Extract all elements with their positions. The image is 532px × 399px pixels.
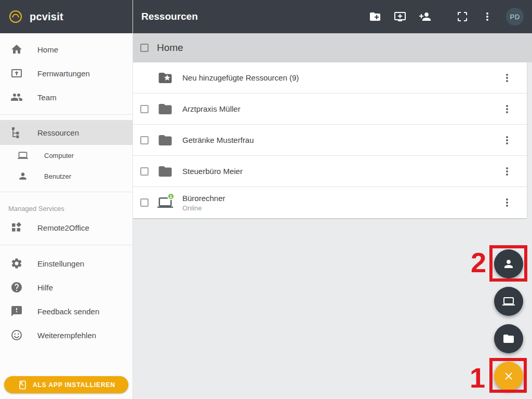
pcvisit-logo-icon (9, 10, 22, 23)
group-icon (10, 91, 23, 103)
list-item-getraenke[interactable]: Getränke Musterfrau (133, 125, 527, 156)
sidebar-divider (0, 192, 132, 192)
list-item-arztpraxis[interactable]: Arztpraxis Müller (133, 94, 527, 125)
row-more-button[interactable] (501, 196, 513, 209)
user-avatar[interactable]: PD (506, 8, 524, 25)
remote-session-icon (10, 67, 23, 79)
row-checkbox[interactable] (140, 167, 149, 176)
list-item-label: Neu hinzugefügte Ressourcen (9) (182, 73, 299, 82)
folder-icon (157, 101, 173, 117)
more-vert-icon (501, 165, 513, 178)
laptop-online-icon (157, 195, 173, 210)
sidebar: pcvisit Home Fernwartungen Team (0, 0, 133, 399)
add-user-fab[interactable] (494, 249, 523, 278)
more-vert-icon (501, 103, 513, 115)
sidebar-item-ressourcen[interactable]: Ressourcen (0, 120, 132, 145)
managed-services-section-label: Managed Services (0, 197, 132, 216)
laptop-icon (18, 150, 28, 161)
list-item-new-resources[interactable]: Neu hinzugefügte Ressourcen (9) (133, 62, 527, 94)
add-folder-fab[interactable] (494, 324, 523, 353)
list-item-steuerbuero[interactable]: Steuerbüro Meier (133, 156, 527, 187)
sidebar-divider (0, 245, 132, 245)
gear-icon (10, 257, 23, 270)
row-more-button[interactable] (501, 165, 513, 178)
sidebar-divider (0, 114, 132, 115)
more-vert-icon (501, 72, 513, 84)
row-checkbox[interactable] (140, 136, 149, 144)
online-badge-icon (167, 193, 175, 200)
list-item-buerorechner[interactable]: Bürorechner Online (133, 187, 527, 218)
folder-icon (502, 332, 515, 345)
main-area: Ressourcen PD Home (133, 0, 532, 399)
dashboard-icon (10, 221, 23, 234)
more-vert-icon (481, 10, 494, 23)
create-folder-button[interactable] (369, 10, 381, 23)
sidebar-item-feedback[interactable]: Feedback senden (0, 299, 132, 323)
sidebar-item-label: Ressourcen (37, 128, 79, 137)
list-item-label: Bürorechner (182, 194, 225, 203)
person-icon (502, 258, 515, 270)
sidebar-header: pcvisit (0, 0, 132, 33)
sidebar-item-benutzer[interactable]: Benutzer (0, 166, 132, 187)
more-menu-button[interactable] (481, 10, 494, 23)
install-app-icon (17, 380, 28, 390)
folder-star-icon (157, 70, 173, 86)
create-folder-icon (369, 10, 381, 23)
current-folder-label: Home (157, 42, 183, 54)
more-vert-icon (501, 196, 513, 209)
folder-icon (157, 132, 173, 148)
close-fab[interactable] (494, 362, 523, 391)
resource-list: Neu hinzugefügte Ressourcen (9) Arztprax… (133, 62, 527, 218)
page-title: Ressourcen (141, 11, 198, 22)
select-all-checkbox[interactable] (140, 44, 149, 52)
sidebar-item-label: Remote2Office (37, 223, 89, 232)
sidebar-item-remote2office[interactable]: Remote2Office (0, 216, 132, 240)
row-more-button[interactable] (501, 103, 513, 115)
fullscreen-button[interactable] (456, 10, 469, 23)
topbar: Ressourcen PD (133, 0, 532, 33)
sidebar-item-label: Team (37, 93, 57, 102)
add-computer-icon (394, 10, 406, 23)
feedback-icon (10, 305, 23, 317)
breadcrumb-header-row[interactable]: Home (133, 33, 532, 62)
sidebar-item-team[interactable]: Team (0, 85, 132, 109)
row-checkbox[interactable] (140, 105, 149, 113)
sidebar-item-label: Benutzer (44, 172, 71, 180)
add-computer-fab[interactable] (494, 287, 523, 316)
row-more-button[interactable] (501, 72, 513, 84)
sidebar-item-label: Fernwartungen (37, 69, 90, 78)
add-person-icon (419, 10, 431, 23)
brand-name: pcvisit (30, 11, 63, 23)
sidebar-item-weiterempfehlen[interactable]: Weiterempfehlen (0, 323, 132, 347)
close-icon (502, 370, 515, 382)
sidebar-item-label: Computer (44, 152, 74, 159)
sidebar-item-home[interactable]: Home (0, 37, 132, 61)
fullscreen-icon (456, 10, 469, 23)
sidebar-item-label: Home (37, 45, 58, 54)
home-icon (10, 43, 23, 56)
sidebar-item-label: Weiterempfehlen (37, 331, 96, 340)
list-item-label: Steuerbüro Meier (182, 167, 243, 176)
add-person-button[interactable] (419, 10, 431, 23)
list-item-status: Online (182, 204, 225, 212)
sidebar-item-fernwartungen[interactable]: Fernwartungen (0, 61, 132, 85)
add-computer-button[interactable] (394, 10, 406, 23)
folder-icon (157, 164, 173, 179)
smiley-icon (10, 329, 23, 341)
sidebar-item-hilfe[interactable]: Hilfe (0, 275, 132, 299)
install-app-label: ALS APP INSTALLIEREN (33, 381, 115, 389)
person-icon (18, 171, 28, 181)
sidebar-item-label: Einstellungen (37, 259, 84, 268)
tree-icon (10, 126, 23, 139)
laptop-icon (502, 295, 515, 308)
sidebar-item-einstellungen[interactable]: Einstellungen (0, 251, 132, 275)
row-checkbox[interactable] (140, 198, 149, 207)
install-app-button[interactable]: ALS APP INSTALLIEREN (4, 376, 128, 393)
list-item-label: Arztpraxis Müller (182, 104, 241, 113)
list-item-label: Getränke Musterfrau (182, 136, 254, 144)
sidebar-item-label: Feedback senden (37, 307, 99, 316)
sidebar-item-computer[interactable]: Computer (0, 145, 132, 166)
more-vert-icon (501, 134, 513, 147)
row-more-button[interactable] (501, 134, 513, 147)
help-icon (10, 281, 23, 294)
